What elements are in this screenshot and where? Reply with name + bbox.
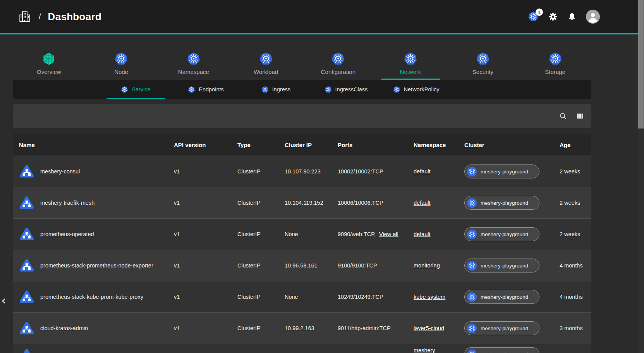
- column-header: Cluster IP: [278, 134, 331, 156]
- ports-value: 9090/web:TCP,: [338, 231, 376, 237]
- type-cell: ClusterIP: [231, 250, 278, 281]
- table-row[interactable]: meshery meshery-playground: [13, 344, 591, 353]
- cluster-cell: meshery-playground: [458, 187, 553, 218]
- tab-configuration[interactable]: Configuration: [302, 50, 374, 80]
- cluster-cell: meshery-playground: [458, 250, 553, 281]
- tab-network[interactable]: Network: [374, 50, 447, 80]
- table-toolbar: [13, 104, 591, 128]
- column-header: Type: [231, 134, 278, 156]
- subtab-networkpolicy[interactable]: NetworkPolicy: [381, 80, 451, 99]
- cluster-chip[interactable]: meshery-playground: [464, 347, 539, 353]
- table-row[interactable]: meshery-consul v1 ClusterIP 10.107.90.22…: [13, 156, 591, 187]
- dashboard-content: Overview Node Namespace Workload Configu…: [13, 50, 591, 353]
- kubernetes-icon: [467, 260, 477, 271]
- kubernetes-icon: [476, 52, 490, 66]
- api-version-cell: v1: [168, 187, 231, 218]
- cluster-chip[interactable]: meshery-playground: [464, 259, 539, 272]
- type-cell: [231, 344, 278, 353]
- ports-value: 10249/10249:TCP: [338, 294, 383, 300]
- namespace-cell: monitoring: [407, 250, 458, 281]
- cluster-chip[interactable]: meshery-playground: [464, 196, 539, 210]
- subtab-service[interactable]: Service: [101, 80, 171, 99]
- user-avatar[interactable]: [586, 10, 600, 24]
- kubernetes-icon: [467, 292, 477, 302]
- namespace-link[interactable]: default: [414, 168, 431, 175]
- type-cell: ClusterIP: [231, 313, 278, 344]
- kubernetes-icon: [114, 52, 128, 66]
- column-header: API version: [168, 134, 231, 156]
- subtab-ingressclass[interactable]: IngressClass: [311, 80, 381, 99]
- table-header-row: NameAPI versionTypeCluster IPPortsNamesp…: [13, 134, 591, 156]
- table-row[interactable]: cloud-kratos-admin v1 ClusterIP 10.99.2.…: [13, 312, 591, 344]
- kubernetes-icon: [467, 166, 477, 177]
- cluster-name: meshery-playground: [481, 326, 528, 331]
- namespace-link[interactable]: kube-system: [414, 294, 445, 300]
- column-header: Name: [13, 134, 168, 156]
- service-name: prometheus-stack-prometheus-node-exporte…: [40, 262, 153, 269]
- cluster-ip-cell: 10.96.58.161: [278, 250, 331, 281]
- subtab-endpoints[interactable]: Endpoints: [171, 80, 241, 99]
- namespace-link[interactable]: layer5-cloud: [414, 325, 444, 331]
- scrollbar-thumb[interactable]: [638, 0, 644, 129]
- kubernetes-icon: [121, 86, 128, 93]
- tab-node[interactable]: Node: [85, 50, 158, 80]
- cluster-chip[interactable]: meshery-playground: [464, 165, 539, 178]
- gear-icon: [548, 12, 558, 22]
- table-row[interactable]: prometheus-stack-prometheus-node-exporte…: [13, 250, 591, 281]
- age-cell: 2 weeks: [553, 219, 591, 250]
- organization-building-icon[interactable]: [18, 10, 32, 24]
- cluster-chip[interactable]: meshery-playground: [464, 290, 539, 304]
- namespace-link[interactable]: meshery: [414, 347, 435, 353]
- search-button[interactable]: [559, 112, 567, 120]
- tab-security[interactable]: Security: [447, 50, 519, 80]
- cluster-connection-button[interactable]: 1: [528, 11, 539, 22]
- namespace-link[interactable]: monitoring: [414, 262, 440, 269]
- cluster-chip[interactable]: meshery-playground: [464, 227, 539, 241]
- namespace-link[interactable]: default: [414, 231, 431, 237]
- column-header: Namespace: [407, 134, 458, 156]
- kubernetes-icon: [467, 349, 477, 353]
- view-all-link[interactable]: View all: [379, 231, 398, 237]
- ports-value: 10002/10002:TCP: [338, 168, 383, 175]
- person-icon: [586, 10, 600, 24]
- tab-overview[interactable]: Overview: [13, 50, 85, 80]
- collapse-panel-chevron-icon[interactable]: ‹: [1, 294, 6, 307]
- age-cell: 4 months: [553, 250, 591, 281]
- age-cell: 4 months: [553, 281, 591, 312]
- namespace-cell: default: [407, 156, 458, 187]
- cluster-name: meshery-playground: [481, 231, 528, 237]
- subtab-ingress[interactable]: Ingress: [241, 80, 311, 99]
- namespace-cell: kube-system: [407, 281, 458, 312]
- api-version-cell: [168, 344, 231, 353]
- ports-cell: 9100/9100:TCP: [331, 250, 407, 281]
- settings-button[interactable]: [548, 12, 558, 22]
- ports-value: 10006/10006:TCP: [338, 200, 383, 206]
- cluster-name: meshery-playground: [481, 351, 528, 353]
- cluster-ip-cell: None: [278, 219, 331, 250]
- kubernetes-icon: [259, 52, 273, 66]
- bell-icon: [567, 12, 577, 21]
- type-cell: ClusterIP: [231, 156, 278, 187]
- cluster-chip[interactable]: meshery-playground: [464, 321, 539, 335]
- api-version-cell: v1: [168, 156, 231, 187]
- tab-workload[interactable]: Workload: [230, 50, 302, 80]
- namespace-link[interactable]: default: [414, 200, 431, 206]
- type-cell: ClusterIP: [231, 219, 278, 250]
- view-columns-button[interactable]: [576, 112, 584, 120]
- tab-storage[interactable]: Storage: [519, 50, 591, 80]
- table-row[interactable]: prometheus-stack-kube-prom-kube-proxy v1…: [13, 281, 591, 312]
- notifications-button[interactable]: [567, 12, 577, 21]
- kubernetes-icon: [188, 86, 195, 93]
- service-icon: [18, 347, 35, 353]
- kubernetes-icon: [467, 229, 477, 240]
- api-version-cell: v1: [168, 219, 231, 250]
- table-row[interactable]: prometheus-operated v1 ClusterIP None 90…: [13, 218, 591, 250]
- cluster-ip-cell: [278, 344, 331, 353]
- table-row[interactable]: meshery-traefik-mesh v1 ClusterIP 10.104…: [13, 187, 591, 218]
- tab-namespace[interactable]: Namespace: [158, 50, 230, 80]
- cluster-cell: meshery-playground: [458, 281, 553, 312]
- header-actions: 1: [528, 10, 600, 24]
- api-version-cell: v1: [168, 313, 231, 344]
- kubernetes-icon: [404, 52, 417, 66]
- service-icon: [18, 195, 35, 211]
